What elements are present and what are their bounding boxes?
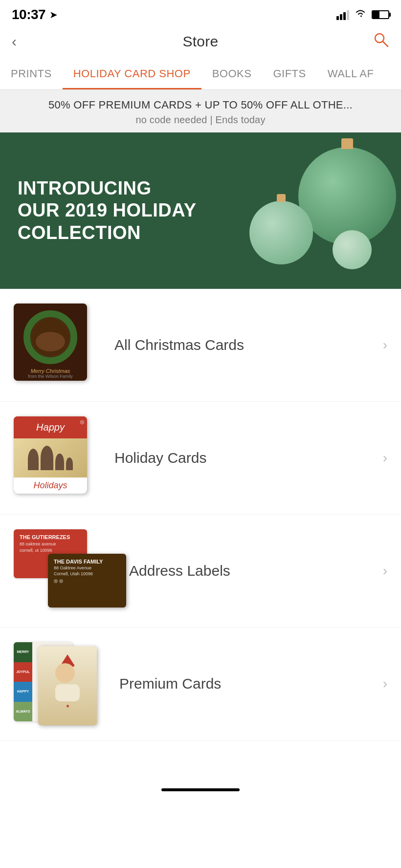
- category-name: All Christmas Cards: [114, 337, 244, 353]
- address-line2-front: Cornell, Utah 10096: [54, 571, 120, 576]
- hero-ornaments: [215, 132, 401, 289]
- happy-text: Happy: [36, 422, 65, 433]
- star-decoration: ★: [66, 703, 70, 709]
- chevron-right-icon: ›: [383, 676, 387, 692]
- home-indicator: [0, 780, 401, 796]
- svg-line-1: [383, 42, 388, 46]
- silhouette-adult: [28, 449, 39, 470]
- status-time: 10:37: [12, 7, 45, 22]
- tab-bar: PRINTS HOLIDAY CARD SHOP BOOKS GIFTS WAL…: [0, 60, 401, 90]
- ornament-small: [333, 230, 372, 269]
- address-card-image: THE GUTIERREZES 88 oaktree avenue cornel…: [14, 529, 111, 612]
- strip-always-text: ALWAYS: [16, 710, 30, 714]
- dot-decoration: [54, 579, 58, 583]
- wreath-decoration: [23, 310, 77, 364]
- chevron-right-icon: ›: [383, 337, 387, 353]
- chevron-right-icon: ›: [383, 450, 387, 466]
- signal-bar-1: [336, 16, 339, 20]
- search-button[interactable]: [370, 31, 389, 52]
- christmas-cards-thumbnail: Merry Christmas from the Wilson Family: [14, 304, 97, 387]
- strip-always: ALWAYS: [14, 702, 32, 722]
- star-icon: ★: [66, 703, 70, 709]
- holiday-bottom: Holidays: [14, 477, 87, 494]
- merry-christmas-text: Merry Christmas: [31, 368, 70, 374]
- hero-banner: INTRODUCINGOUR 2019 HOLIDAYCOLLECTION: [0, 132, 401, 289]
- baby-photo: ★: [38, 646, 97, 725]
- wifi-icon: [354, 8, 367, 21]
- tab-books[interactable]: BOOKS: [201, 60, 263, 89]
- hero-title: INTRODUCINGOUR 2019 HOLIDAYCOLLECTION: [18, 177, 197, 244]
- home-bar: [161, 788, 240, 791]
- promo-main-text: 50% OFF PREMIUM CARDS + UP TO 50% OFF AL…: [10, 99, 391, 111]
- holiday-cards-thumbnail: Happy ❄ Holidays: [14, 416, 97, 499]
- list-item[interactable]: THE GUTIERREZES 88 oaktree avenue cornel…: [0, 515, 401, 628]
- status-icons: [336, 8, 389, 21]
- dot-decoration: [59, 579, 63, 583]
- snowflake-icon: ❄: [79, 418, 85, 426]
- ornament-large: [298, 147, 396, 245]
- address-card-front: THE DAVIS FAMILY 88 Oaktree Avenue Corne…: [48, 554, 126, 608]
- tab-holiday-card-shop[interactable]: HOLIDAY CARD SHOP: [63, 60, 201, 89]
- promo-banner: 50% OFF PREMIUM CARDS + UP TO 50% OFF AL…: [0, 90, 401, 132]
- page-title: Store: [182, 33, 218, 50]
- address-line1-back: 88 oaktree avenue: [20, 542, 81, 546]
- category-info: All Christmas Cards ›: [114, 337, 387, 353]
- signal-bar-4: [347, 10, 349, 20]
- category-name: Premium Cards: [119, 675, 221, 692]
- holiday-card-image: Happy ❄ Holidays: [14, 416, 87, 494]
- silhouette-child: [55, 454, 64, 470]
- premium-card-image: MERRY JOYFUL HAPPY ALWAYS: [14, 642, 97, 725]
- strip-joyful-text: JOYFUL: [16, 670, 30, 674]
- category-info: Address Labels ›: [129, 563, 387, 579]
- list-item[interactable]: Merry Christmas from the Wilson Family A…: [0, 289, 401, 402]
- list-item[interactable]: Happy ❄ Holidays Holiday Cards ›: [0, 402, 401, 515]
- signal-bar-2: [340, 14, 342, 20]
- premium-cards-thumbnail: MERRY JOYFUL HAPPY ALWAYS: [14, 642, 102, 725]
- battery-icon: [372, 10, 389, 19]
- baby-figure: [55, 663, 80, 701]
- chevron-right-icon: ›: [383, 563, 387, 579]
- christmas-card-image: Merry Christmas from the Wilson Family: [14, 304, 87, 381]
- category-info: Premium Cards ›: [119, 675, 387, 692]
- family-silhouettes: [28, 446, 73, 470]
- strip-happy-text: HAPPY: [17, 690, 29, 694]
- baby-body: [55, 684, 80, 701]
- bottom-spacer: [0, 740, 401, 780]
- address-line1-front: 88 Oaktree Avenue: [54, 565, 120, 570]
- list-item[interactable]: MERRY JOYFUL HAPPY ALWAYS: [0, 628, 401, 740]
- baby-head: [55, 663, 75, 683]
- status-bar: 10:37 ➤: [0, 0, 401, 26]
- hero-text: INTRODUCINGOUR 2019 HOLIDAYCOLLECTION: [0, 158, 214, 264]
- strip-merry: MERRY: [14, 642, 32, 662]
- strip-merry-text: MERRY: [17, 650, 29, 654]
- silhouette-child: [66, 457, 73, 470]
- ornament-medium: [249, 201, 313, 264]
- category-name: Address Labels: [129, 563, 230, 579]
- battery-fill: [373, 11, 379, 18]
- holidays-text: Holidays: [33, 480, 67, 491]
- promo-sub-text: no code needed | Ends today: [10, 114, 391, 126]
- holiday-top: Happy ❄: [14, 416, 87, 438]
- strip-joyful: JOYFUL: [14, 662, 32, 682]
- signal-bar-3: [343, 12, 346, 20]
- signal-bars: [336, 9, 349, 20]
- nav-header: ‹ Store: [0, 26, 401, 60]
- category-list: Merry Christmas from the Wilson Family A…: [0, 289, 401, 740]
- tab-wall-art[interactable]: WALL AF: [317, 60, 385, 89]
- silhouette-adult: [41, 446, 53, 470]
- address-name-front: THE DAVIS FAMILY: [54, 559, 120, 564]
- premium-color-strips: MERRY JOYFUL HAPPY ALWAYS: [14, 642, 32, 721]
- card-family-name: from the Wilson Family: [28, 374, 73, 379]
- tab-prints[interactable]: PRINTS: [0, 60, 63, 89]
- category-info: Holiday Cards ›: [114, 450, 387, 466]
- address-name-back: THE GUTIERREZES: [20, 534, 81, 540]
- location-icon: ➤: [49, 9, 58, 21]
- tab-gifts[interactable]: GIFTS: [262, 60, 316, 89]
- holiday-photo: [14, 438, 87, 477]
- address-line2-back: cornell, ut 10096: [20, 548, 81, 553]
- premium-card-front: ★: [38, 646, 97, 725]
- address-labels-thumbnail: THE GUTIERREZES 88 oaktree avenue cornel…: [14, 529, 111, 612]
- category-name: Holiday Cards: [114, 450, 206, 466]
- strip-happy: HAPPY: [14, 682, 32, 702]
- back-button[interactable]: ‹: [12, 33, 31, 50]
